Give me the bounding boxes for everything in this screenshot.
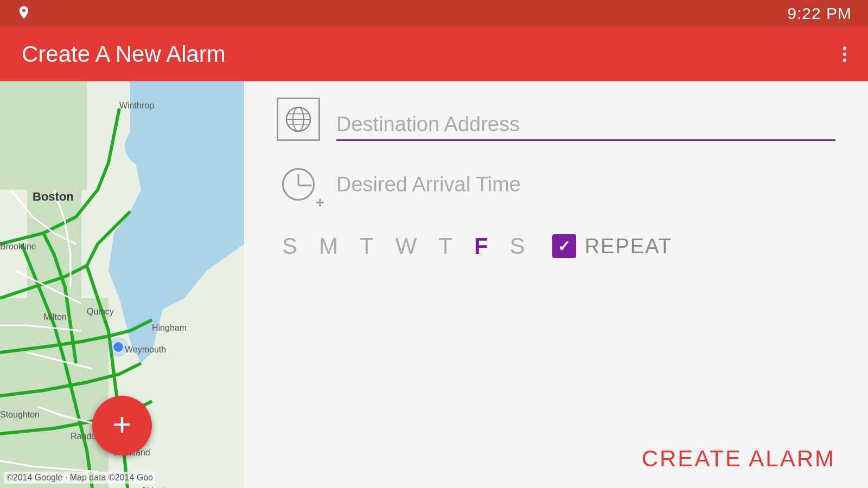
more-options-icon[interactable] xyxy=(843,47,846,62)
svg-text:Hingham: Hingham xyxy=(152,323,187,332)
create-alarm-btn-area: CREATE ALARM xyxy=(277,424,835,472)
arrival-time-row: + Desired Arrival Time xyxy=(277,163,835,206)
svg-point-18 xyxy=(108,337,128,357)
repeat-checkbox[interactable]: ✓ xyxy=(552,234,576,258)
day-monday[interactable]: M xyxy=(319,233,338,259)
repeat-area: ✓ REPEAT xyxy=(552,234,672,258)
day-wednesday[interactable]: W xyxy=(395,233,417,259)
fab-plus-icon: + xyxy=(112,408,131,441)
map-area[interactable]: Boston Winthrop Brookline Milton Quincy … xyxy=(0,81,244,488)
clock-add-icon: + xyxy=(277,163,320,206)
destination-input-area[interactable] xyxy=(336,113,835,141)
day-friday[interactable]: F xyxy=(474,233,488,259)
svg-text:Boston: Boston xyxy=(33,190,74,203)
svg-text:Abington: Abington xyxy=(141,486,175,488)
globe-icon xyxy=(277,98,320,141)
status-time: 9:22 PM xyxy=(787,4,852,23)
days-row: S M T W T F S ✓ REPEAT xyxy=(277,233,835,259)
day-tuesday[interactable]: T xyxy=(360,233,374,259)
arrival-time-label[interactable]: Desired Arrival Time xyxy=(336,173,521,196)
svg-text:Milton: Milton xyxy=(43,312,67,322)
create-alarm-button[interactable]: CREATE ALARM xyxy=(642,446,835,472)
repeat-label: REPEAT xyxy=(585,235,672,258)
svg-text:Winthrop: Winthrop xyxy=(119,101,154,110)
map-attribution: ©2014 Google · Map data ©2014 Goo xyxy=(4,472,155,484)
form-area: + Desired Arrival Time S M T W T F S ✓ R… xyxy=(244,81,868,488)
svg-point-2 xyxy=(125,119,212,174)
app-bar: Create A New Alarm xyxy=(0,27,868,81)
add-alarm-fab[interactable]: + xyxy=(92,396,152,455)
svg-text:Weymouth: Weymouth xyxy=(125,345,166,354)
svg-text:Brookline: Brookline xyxy=(0,242,36,251)
svg-rect-3 xyxy=(0,81,87,190)
day-thursday[interactable]: T xyxy=(438,233,452,259)
checkmark-icon: ✓ xyxy=(558,237,570,255)
location-pin-icon xyxy=(16,5,31,22)
status-bar-left xyxy=(16,5,31,22)
svg-text:Quincy: Quincy xyxy=(87,307,114,316)
day-saturday[interactable]: S xyxy=(510,233,525,259)
destination-input[interactable] xyxy=(336,113,835,141)
app-title: Create A New Alarm xyxy=(22,41,226,67)
clock-plus-icon: + xyxy=(316,195,324,210)
clock-hand-hour xyxy=(298,174,299,185)
status-bar: 9:22 PM xyxy=(0,0,868,27)
svg-text:Stoughton: Stoughton xyxy=(0,410,40,419)
clock-hand-minute xyxy=(298,185,311,187)
destination-field-row xyxy=(277,98,835,146)
main-content: Boston Winthrop Brookline Milton Quincy … xyxy=(0,81,868,488)
day-sunday[interactable]: S xyxy=(282,233,297,259)
clock-circle xyxy=(282,168,315,201)
globe-icon-container xyxy=(277,98,320,141)
